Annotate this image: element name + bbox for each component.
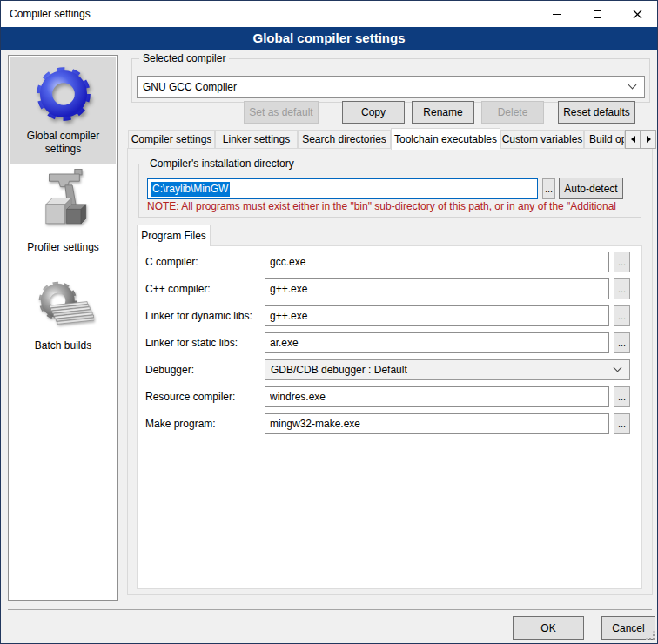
tab-search-directories[interactable]: Search directories xyxy=(298,130,391,149)
maximize-button[interactable] xyxy=(577,1,617,27)
resize-grip[interactable] xyxy=(646,631,655,641)
rename-button[interactable]: Rename xyxy=(412,101,474,124)
tab-custom-variables[interactable]: Custom variables xyxy=(500,130,584,149)
debugger-dropdown[interactable]: GDB/CDB debugger : Default xyxy=(265,359,630,380)
selected-compiler-group-label: Selected compiler xyxy=(139,52,229,64)
debugger-label: Debugger: xyxy=(145,364,194,376)
browse-dynamic-linker-button[interactable]: ... xyxy=(614,305,630,326)
title-bar: Compiler settings xyxy=(1,1,657,27)
batch-builds-icon xyxy=(33,278,94,337)
compiler-dropdown-value: GNU GCC Compiler xyxy=(143,81,237,93)
sidebar-item-label: Global compiler settings xyxy=(10,130,116,156)
tab-build-options[interactable]: Build options xyxy=(584,130,625,149)
make-program-label: Make program: xyxy=(145,418,216,430)
browse-static-linker-button[interactable]: ... xyxy=(614,332,630,353)
resource-compiler-input[interactable] xyxy=(265,386,609,407)
installation-directory-group-label: Compiler's installation directory xyxy=(146,158,298,170)
minimize-button[interactable] xyxy=(537,1,577,27)
installation-directory-value: C:\raylib\MinGW xyxy=(151,182,230,197)
compiler-dropdown[interactable]: GNU GCC Compiler xyxy=(137,76,645,98)
make-program-input[interactable] xyxy=(265,413,609,434)
installation-directory-input[interactable]: C:\raylib\MinGW xyxy=(147,178,538,199)
arrow-left-icon xyxy=(628,136,635,143)
browse-c-compiler-button[interactable]: ... xyxy=(614,252,630,272)
settings-category-list: Global compiler settings Profiler settin… xyxy=(8,55,118,601)
sidebar-item-batch-builds[interactable]: Batch builds xyxy=(10,278,116,361)
copy-button[interactable]: Copy xyxy=(342,101,405,124)
compiler-settings-dialog: Compiler settings Global compiler settin… xyxy=(0,0,658,644)
sidebar-item-profiler-settings[interactable]: Profiler settings xyxy=(10,167,116,256)
sidebar-item-global-compiler-settings[interactable]: Global compiler settings xyxy=(10,57,116,164)
tab-linker-settings[interactable]: Linker settings xyxy=(215,130,298,149)
footer-divider xyxy=(8,609,652,610)
close-button[interactable] xyxy=(617,1,657,27)
profiler-caliper-icon xyxy=(35,167,92,238)
blue-gear-icon xyxy=(30,61,97,127)
c-compiler-label: C compiler: xyxy=(145,256,198,268)
resource-compiler-label: Resource compiler: xyxy=(145,391,235,403)
chevron-down-icon xyxy=(628,81,637,90)
close-icon xyxy=(633,10,642,19)
minimize-icon xyxy=(553,14,561,15)
browse-directory-button[interactable]: ... xyxy=(542,178,555,199)
delete-button[interactable]: Delete xyxy=(481,101,544,124)
dynamic-linker-input[interactable] xyxy=(265,305,609,326)
browse-cpp-compiler-button[interactable]: ... xyxy=(614,278,630,299)
dynamic-linker-label: Linker for dynamic libs: xyxy=(145,310,252,322)
static-linker-label: Linker for static libs: xyxy=(145,337,238,349)
c-compiler-input[interactable] xyxy=(265,252,609,272)
ok-button[interactable]: OK xyxy=(513,616,584,640)
debugger-dropdown-value: GDB/CDB debugger : Default xyxy=(271,364,407,376)
auto-detect-button[interactable]: Auto-detect xyxy=(559,178,623,199)
tab-toolchain-executables[interactable]: Toolchain executables xyxy=(391,128,500,150)
page-title: Global compiler settings xyxy=(1,27,657,50)
reset-defaults-button[interactable]: Reset defaults xyxy=(558,101,635,124)
tab-compiler-settings[interactable]: Compiler settings xyxy=(128,130,215,149)
sidebar-item-label: Profiler settings xyxy=(10,241,116,254)
arrow-right-icon xyxy=(647,136,655,143)
sidebar-item-label: Batch builds xyxy=(10,339,116,352)
browse-make-program-button[interactable]: ... xyxy=(614,413,630,434)
tab-scroll-left-button[interactable] xyxy=(625,130,641,149)
tab-scroll-right-button[interactable] xyxy=(641,130,656,149)
window-title: Compiler settings xyxy=(10,8,91,20)
subtab-program-files[interactable]: Program Files xyxy=(137,225,211,246)
static-linker-input[interactable] xyxy=(265,332,609,353)
cpp-compiler-input[interactable] xyxy=(265,278,609,299)
set-as-default-button[interactable]: Set as default xyxy=(244,101,319,124)
cpp-compiler-label: C++ compiler: xyxy=(145,283,211,295)
maximize-icon xyxy=(594,10,601,18)
browse-resource-compiler-button[interactable]: ... xyxy=(614,386,630,407)
bin-subdirectory-note: NOTE: All programs must exist either in … xyxy=(147,200,622,213)
chevron-down-icon xyxy=(614,364,622,372)
